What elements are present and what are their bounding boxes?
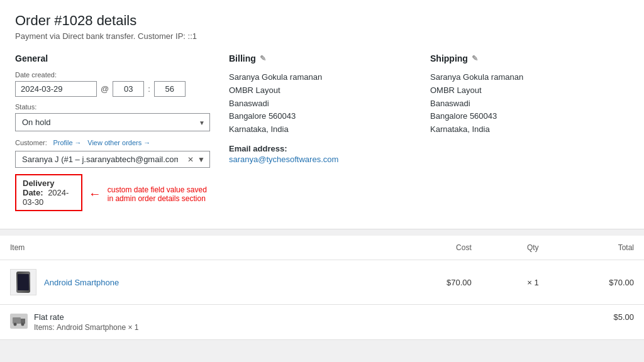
col-item-header: Item	[0, 236, 386, 260]
shipping-edit-icon[interactable]: ✎	[472, 54, 478, 63]
status-select-wrapper: Pending payment Processing On hold Compl…	[15, 113, 210, 131]
page-wrapper: Order #1028 details Payment via Direct b…	[0, 0, 644, 362]
page-subtitle: Payment via Direct bank transfer. Custom…	[15, 31, 629, 41]
shipping-country: Karnataka, India	[430, 123, 629, 136]
truck-svg	[13, 316, 25, 326]
shipping-method-details: Flat rate Items: Android Smartphone × 1	[34, 312, 138, 332]
shipping-method-cell: Flat rate Items: Android Smartphone × 1	[0, 305, 386, 340]
product-cost: $70.00	[386, 260, 481, 305]
delivery-date-row: Delivery Date: 2024-03-30 ← custom date …	[15, 174, 210, 214]
customer-input[interactable]	[15, 151, 210, 168]
shipping-name: Saranya Gokula ramanan	[430, 71, 629, 84]
dropdown-icon[interactable]: ▼	[197, 155, 205, 164]
customer-label: Customer:	[15, 139, 47, 146]
shipping-cost-empty	[386, 305, 481, 340]
billing-address2: Banaswadi	[229, 97, 411, 111]
items-table: Item Cost Qty Total	[0, 236, 644, 340]
shipping-total: $5.00	[549, 305, 644, 340]
product-total: $70.00	[549, 260, 644, 305]
phone-image	[11, 270, 35, 294]
shipping-method-inner: Flat rate Items: Android Smartphone × 1	[10, 312, 376, 332]
billing-email-link[interactable]: saranya@tychesoftwares.com	[229, 155, 338, 164]
svg-rect-0	[13, 317, 21, 324]
date-input[interactable]	[15, 81, 97, 97]
product-link[interactable]: Android Smartphone	[44, 278, 119, 287]
shipping-truck-icon	[10, 314, 28, 329]
shipping-header: Shipping ✎	[430, 53, 629, 63]
shipping-method-name: Flat rate	[34, 312, 138, 322]
shipping-items-label: Items:	[34, 323, 55, 332]
product-qty: × 1	[482, 260, 549, 305]
status-select[interactable]: Pending payment Processing On hold Compl…	[15, 113, 210, 131]
svg-point-3	[21, 323, 25, 326]
shipping-items-value: Android Smartphone × 1	[57, 323, 138, 332]
billing-name: Saranya Gokula ramanan	[229, 71, 411, 84]
columns-layout: General Date created: @ : Status: Pendin…	[15, 53, 629, 214]
phone-screen	[18, 274, 29, 290]
table-header-row: Item Cost Qty Total	[0, 236, 644, 260]
customer-select-icons: ✕ ▼	[187, 155, 205, 164]
billing-country: Karnataka, India	[229, 123, 411, 136]
col-cost-header: Cost	[386, 236, 481, 260]
minute-input[interactable]	[154, 81, 186, 97]
col-qty-header: Qty	[482, 236, 549, 260]
shipping-city-zip: Bangalore 560043	[430, 110, 629, 123]
shipping-row: Flat rate Items: Android Smartphone × 1 …	[0, 305, 644, 340]
page-title: Order #1028 details	[15, 13, 629, 29]
red-arrow-icon: ←	[89, 187, 101, 201]
view-orders-link[interactable]: View other orders →	[87, 139, 150, 146]
shipping-column: Shipping ✎ Saranya Gokula ramanan OMBR L…	[430, 53, 629, 214]
billing-address1: OMBR Layout	[229, 84, 411, 97]
date-row: @ :	[15, 81, 210, 97]
date-label: Date created:	[15, 71, 210, 79]
shipping-qty-empty	[482, 305, 549, 340]
shipping-address2: Banaswadi	[430, 97, 629, 111]
customer-select-wrapper: ✕ ▼	[15, 151, 210, 168]
email-label: Email address:	[229, 144, 411, 153]
billing-city-zip: Bangalore 560043	[229, 110, 411, 123]
at-symbol: @	[101, 84, 109, 94]
status-label: Status:	[15, 103, 210, 111]
billing-column: Billing ✎ Saranya Gokula ramanan OMBR La…	[229, 53, 430, 214]
delivery-date-box: Delivery Date: 2024-03-30	[15, 174, 82, 211]
col-total-header: Total	[549, 236, 644, 260]
svg-point-2	[14, 323, 17, 326]
billing-header: Billing ✎	[229, 53, 411, 63]
customer-field-wrapper: Customer: Profile → View other orders →	[15, 138, 210, 147]
billing-address: Saranya Gokula ramanan OMBR Layout Banas…	[229, 71, 411, 136]
general-column: General Date created: @ : Status: Pendin…	[15, 53, 229, 214]
product-cell-inner: Android Smartphone	[10, 269, 376, 295]
general-header: General	[15, 53, 210, 63]
billing-title: Billing	[229, 53, 256, 63]
hour-input[interactable]	[113, 81, 144, 97]
product-cell: Android Smartphone	[0, 260, 386, 305]
shipping-address: Saranya Gokula ramanan OMBR Layout Banas…	[430, 71, 629, 136]
table-row: Android Smartphone $70.00 × 1 $70.00	[0, 260, 644, 305]
general-title: General	[15, 53, 48, 63]
product-thumbnail	[10, 269, 36, 295]
top-section: Order #1028 details Payment via Direct b…	[0, 0, 644, 229]
shipping-items-list: Items: Android Smartphone × 1	[34, 323, 138, 332]
colon-symbol: :	[148, 84, 150, 94]
billing-edit-icon[interactable]: ✎	[260, 54, 266, 63]
annotation-text: custom date field value saved in admin o…	[108, 185, 210, 203]
profile-link[interactable]: Profile →	[53, 139, 81, 146]
shipping-address1: OMBR Layout	[430, 84, 629, 97]
clear-icon[interactable]: ✕	[187, 155, 194, 164]
shipping-title: Shipping	[430, 53, 468, 63]
bottom-section: Item Cost Qty Total	[0, 236, 644, 340]
